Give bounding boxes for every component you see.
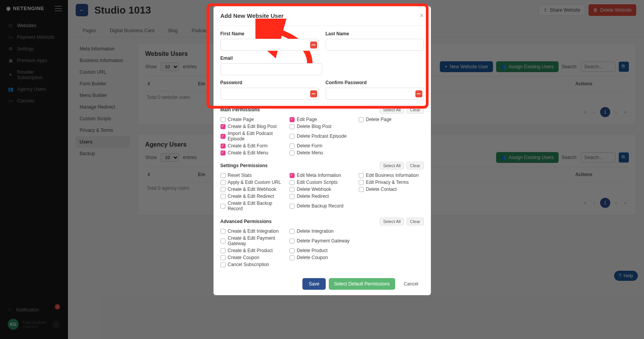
cancel-button[interactable]: Cancel xyxy=(398,278,424,290)
last-name-input[interactable] xyxy=(326,39,424,51)
checkbox-icon[interactable] xyxy=(290,229,295,234)
checkbox-icon[interactable] xyxy=(290,187,295,192)
perm-section-title: Main Permissions xyxy=(220,107,260,112)
checkbox-icon[interactable] xyxy=(359,117,364,122)
perm-create-edit-payment-gateway[interactable]: Create & Edit Payment Gateway xyxy=(220,235,286,246)
save-button[interactable]: Save xyxy=(302,278,325,290)
checkbox-icon[interactable] xyxy=(220,187,226,192)
checkbox-icon[interactable] xyxy=(290,255,295,260)
first-name-input[interactable] xyxy=(220,39,319,51)
perm-label: Create & Edit Redirect xyxy=(228,194,274,199)
checkbox-icon[interactable] xyxy=(290,248,295,253)
perm-create-edit-blog-post[interactable]: Create & Edit Blog Post xyxy=(220,124,286,129)
perm-create-edit-product[interactable]: Create & Edit Product xyxy=(220,248,286,253)
perm-delete-product[interactable]: Delete Product xyxy=(290,248,355,253)
perm-delete-menu[interactable]: Delete Menu xyxy=(290,150,355,156)
checkbox-icon[interactable] xyxy=(220,194,226,199)
perm-label: Create & Edit Payment Gateway xyxy=(228,235,286,246)
perm-delete-payment-gateway[interactable]: Delete Payment Gateway xyxy=(290,235,355,246)
first-name-label: First Name xyxy=(220,31,319,36)
checkbox-icon[interactable] xyxy=(290,204,295,209)
select-default-permissions-button[interactable]: Select Default Permissions xyxy=(329,278,395,290)
perm-create-edit-menu[interactable]: Create & Edit Menu xyxy=(220,150,286,156)
checkbox-icon[interactable] xyxy=(290,124,295,129)
checkbox-icon[interactable] xyxy=(290,239,295,244)
checkbox-icon[interactable] xyxy=(220,124,226,129)
perm-create-edit-redirect[interactable]: Create & Edit Redirect xyxy=(220,194,286,199)
checkbox-icon[interactable] xyxy=(220,173,226,178)
perm-delete-coupon[interactable]: Delete Coupon xyxy=(290,255,355,260)
checkbox-icon[interactable] xyxy=(290,194,295,199)
clear-button[interactable]: Clear xyxy=(406,106,424,114)
select-all-button[interactable]: Select All xyxy=(380,162,404,170)
last-name-label: Last Name xyxy=(326,31,424,36)
add-user-modal: Add New Website User × First Name ••• La… xyxy=(214,6,431,295)
settings-permissions-section: Settings Permissions Select All Clear Re… xyxy=(220,162,424,211)
perm-create-coupon[interactable]: Create Coupon xyxy=(220,255,286,260)
perm-edit-meta-information[interactable]: Edit Meta Information xyxy=(290,173,355,178)
select-all-button[interactable]: Select All xyxy=(380,106,404,114)
checkbox-icon[interactable] xyxy=(359,187,364,192)
autofill-icon[interactable]: ••• xyxy=(310,42,317,48)
perm-section-title: Settings Permissions xyxy=(220,163,268,168)
checkbox-icon[interactable] xyxy=(220,204,226,209)
perm-delete-webhook[interactable]: Delete Webhook xyxy=(290,187,355,192)
perm-label: Delete Podcast Episode xyxy=(297,133,347,139)
checkbox-icon[interactable] xyxy=(220,134,226,139)
checkbox-icon[interactable] xyxy=(290,134,295,139)
perm-import-edit-podcast-episode[interactable]: Import & Edit Podcast Episode xyxy=(220,131,286,142)
perm-delete-backup-record[interactable]: Delete Backup Record xyxy=(290,201,355,211)
perm-apply-edit-custom-url[interactable]: Apply & Edit Custom URL xyxy=(220,180,286,185)
checkbox-icon[interactable] xyxy=(290,173,295,178)
checkbox-icon[interactable] xyxy=(359,173,364,178)
password-input[interactable] xyxy=(220,88,319,100)
perm-create-page[interactable]: Create Page xyxy=(220,117,286,122)
checkbox-icon[interactable] xyxy=(220,144,226,149)
checkbox-icon[interactable] xyxy=(220,150,226,156)
confirm-password-input[interactable] xyxy=(326,88,424,100)
perm-create-edit-backup-record[interactable]: Create & Edit Backup Record xyxy=(220,201,286,211)
perm-delete-contact[interactable]: Delete Contact xyxy=(359,187,424,192)
perm-delete-redirect[interactable]: Delete Redirect xyxy=(290,194,355,199)
perm-create-edit-webhook[interactable]: Create & Edit Webhook xyxy=(220,187,286,192)
autofill-icon[interactable]: ••• xyxy=(415,90,422,97)
checkbox-icon[interactable] xyxy=(220,262,226,267)
select-all-button[interactable]: Select All xyxy=(380,218,404,225)
clear-button[interactable]: Clear xyxy=(406,218,424,225)
perm-label: Edit Page xyxy=(297,117,317,122)
perm-label: Edit Privacy & Terms xyxy=(366,180,409,185)
email-label: Email xyxy=(220,55,322,61)
perm-edit-business-information[interactable]: Edit Business Information xyxy=(359,173,424,178)
checkbox-icon[interactable] xyxy=(220,117,226,122)
perm-label: Delete Contact xyxy=(366,187,397,192)
checkbox-icon[interactable] xyxy=(220,180,226,185)
checkbox-icon[interactable] xyxy=(220,229,226,234)
checkbox-icon[interactable] xyxy=(359,180,364,185)
perm-delete-integration[interactable]: Delete Integration xyxy=(290,228,355,234)
autofill-icon[interactable]: ••• xyxy=(310,90,317,97)
perm-edit-custom-scripts[interactable]: Edit Custom Scripts xyxy=(290,180,355,185)
perm-delete-blog-post[interactable]: Delete Blog Post xyxy=(290,124,355,129)
close-icon[interactable]: × xyxy=(420,12,424,20)
perm-cancel-subscription[interactable]: Cancel Subscription xyxy=(220,262,286,267)
checkbox-icon[interactable] xyxy=(290,144,295,149)
perm-create-edit-integration[interactable]: Create & Edit Integration xyxy=(220,228,286,234)
checkbox-icon[interactable] xyxy=(290,117,295,122)
checkbox-icon[interactable] xyxy=(290,150,295,156)
clear-button[interactable]: Clear xyxy=(406,162,424,170)
perm-edit-privacy-terms[interactable]: Edit Privacy & Terms xyxy=(359,180,424,185)
perm-label: Edit Business Information xyxy=(366,173,419,178)
checkbox-icon[interactable] xyxy=(220,255,226,260)
perm-create-edit-form[interactable]: Create & Edit Form xyxy=(220,143,286,149)
checkbox-icon[interactable] xyxy=(220,248,226,253)
perm-delete-form[interactable]: Delete Form xyxy=(290,143,355,149)
checkbox-icon[interactable] xyxy=(290,180,295,185)
perm-delete-page[interactable]: Delete Page xyxy=(359,117,424,122)
perm-delete-podcast-episode[interactable]: Delete Podcast Episode xyxy=(290,131,355,142)
email-input[interactable] xyxy=(220,63,322,75)
perm-label: Create & Edit Menu xyxy=(228,150,269,156)
checkbox-icon[interactable] xyxy=(220,239,226,244)
perm-reset-stats[interactable]: Reset Stats xyxy=(220,173,286,178)
perm-label: Import & Edit Podcast Episode xyxy=(228,131,286,142)
perm-edit-page[interactable]: Edit Page xyxy=(290,117,355,122)
